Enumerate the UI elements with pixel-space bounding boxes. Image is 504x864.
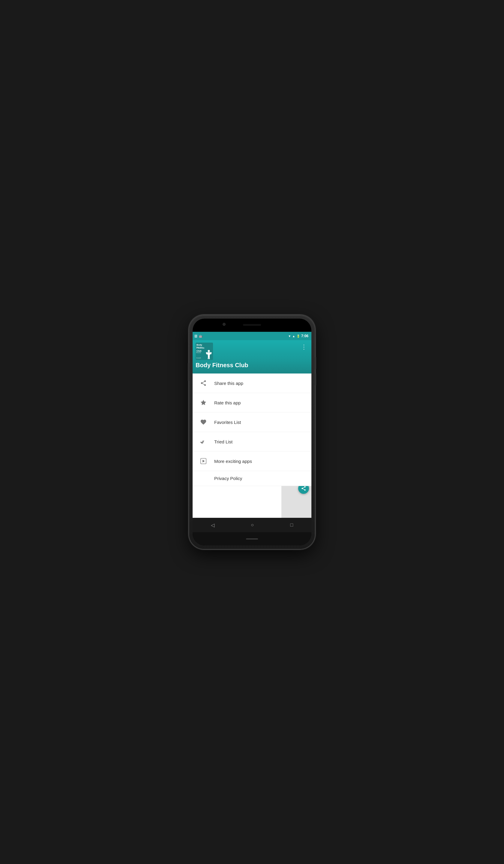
status-time: 7:06 [301,334,309,338]
status-right-area: ▼ ▲ 🔋 7:06 [288,334,309,338]
wifi-icon: ▼ [288,335,291,338]
more-apps-label: More exciting apps [214,459,252,464]
favorites-label: Favorites List [214,420,241,425]
share-icon [199,378,208,388]
logo-subtitle: Surprising Ways To Stop New Muscle Growt… [196,343,203,359]
drawer-menu-content: Share this app Rate this app [193,373,311,486]
rate-icon [199,398,208,407]
privacy-policy-label: Privacy Policy [214,476,242,481]
bottom-navigation: ◁ ○ □ [193,518,311,532]
share-app-label: Share this app [214,381,243,386]
menu-item-more-apps[interactable]: More exciting apps [193,452,311,471]
phone-device: 🖼 🤖 ▼ ▲ 🔋 7:06 Body Fitn [189,315,315,549]
svg-point-0 [208,350,210,352]
svg-rect-6 [208,358,209,359]
volume-button[interactable] [188,363,189,381]
speaker [243,324,261,326]
rate-app-label: Rate this app [214,400,241,405]
more-options-button[interactable]: ⋮ [300,343,309,351]
bodybuilder-logo-icon [205,350,213,359]
home-button[interactable]: ○ [245,520,260,530]
app-title: Body Fitness Club [195,362,309,369]
screen-content: 🖼 🤖 ▼ ▲ 🔋 7:06 Body Fitn [193,332,311,532]
svg-rect-5 [209,355,210,358]
recent-button[interactable]: □ [285,520,299,530]
share-icon-svg [200,380,207,386]
menu-item-share[interactable]: Share this app [193,373,311,393]
notification-icon-android: 🤖 [199,335,202,338]
check-icon [199,437,208,446]
menu-item-rate[interactable]: Rate this app [193,393,311,412]
app-logo: Body Fitness Club [195,343,213,360]
header-top-row: Body Fitness Club [195,343,309,360]
check-icon-svg [200,438,207,445]
heart-icon-svg [200,419,207,425]
play-icon-svg [200,458,207,464]
rate-icon-svg [200,399,207,406]
svg-rect-7 [209,358,210,359]
battery-icon: 🔋 [296,335,300,338]
menu-item-favorites[interactable]: Favorites List [193,412,311,432]
svg-rect-1 [208,352,210,355]
signal-icon: ▲ [292,335,295,338]
svg-rect-4 [208,355,209,358]
back-button[interactable]: ◁ [205,520,220,530]
notification-icon-image: 🖼 [194,335,197,338]
menu-item-tried[interactable]: Tried List [193,432,311,452]
phone-screen: 🖼 🤖 ▼ ▲ 🔋 7:06 Body Fitn [193,319,311,545]
play-icon [199,456,208,466]
status-bar: 🖼 🤖 ▼ ▲ 🔋 7:06 [193,332,311,340]
navigation-drawer: See All [193,373,311,518]
heart-icon [199,417,208,427]
phone-bottom-bezel [193,532,311,545]
app-header: Body Fitness Club [193,340,311,373]
svg-marker-19 [203,459,205,462]
tried-list-label: Tried List [214,439,232,444]
share-fab-icon [301,486,306,491]
home-indicator [246,539,258,539]
menu-item-privacy[interactable]: Privacy Policy [193,471,311,486]
status-left-icons: 🖼 🤖 [194,335,202,338]
camera [223,323,226,326]
